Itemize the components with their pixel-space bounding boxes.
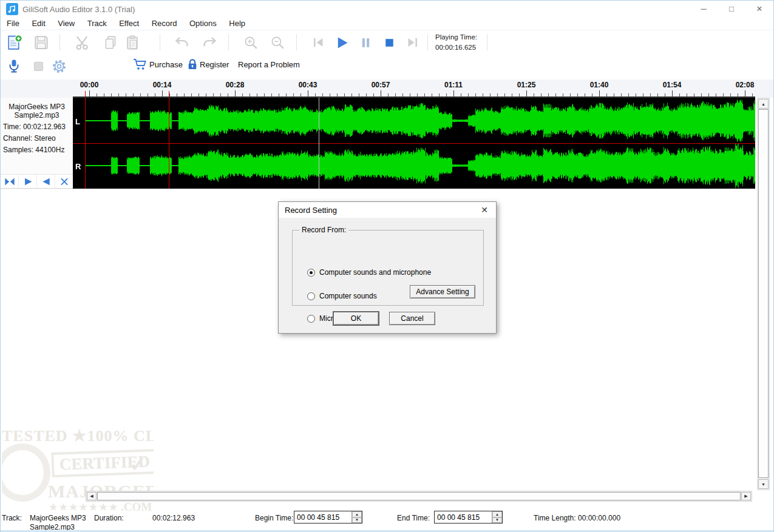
- left-channel-label: L: [75, 117, 80, 126]
- menu-help[interactable]: Help: [224, 18, 250, 29]
- rewind-button[interactable]: [37, 175, 55, 188]
- window-title: GiliSoft Audio Editor 3.1.0 (Trial): [22, 5, 135, 14]
- watermark-line1: TESTED ★100% CLEAN: [2, 426, 154, 445]
- stop-button[interactable]: [379, 33, 399, 52]
- ruler-tick: [97, 93, 97, 96]
- menu-options[interactable]: Options: [185, 18, 222, 29]
- record-settings-gear-button[interactable]: [49, 56, 69, 76]
- ruler-tick: [497, 93, 498, 96]
- dialog-title-bar[interactable]: Record Setting ✕: [279, 202, 496, 218]
- register-button[interactable]: Register: [187, 58, 229, 70]
- ruler-label: 01:40: [575, 81, 623, 89]
- skip-to-end-button[interactable]: [403, 33, 423, 52]
- spin-up-icon[interactable]: ▲: [352, 511, 362, 517]
- ruler-tick: [417, 93, 418, 96]
- vertical-scroll-thumb[interactable]: [758, 109, 769, 478]
- spin-up-icon[interactable]: ▲: [492, 511, 502, 517]
- toolbar-separator: [228, 34, 229, 50]
- goto-start-button[interactable]: [1, 175, 19, 188]
- ruler-tick: [490, 93, 491, 96]
- ruler-tick: [366, 93, 367, 96]
- horizontal-scroll-thumb[interactable]: [97, 492, 741, 500]
- ruler-tick: [322, 93, 323, 96]
- begin-time-value[interactable]: 00 00 45 815: [294, 511, 351, 523]
- copy-button[interactable]: [101, 33, 120, 52]
- timeline-ruler[interactable]: 00:0000:1400:2800:4300:5701:1101:2501:40…: [1, 79, 773, 98]
- ruler-label: 01:25: [502, 81, 551, 89]
- radio-computer-sounds-and-microphone[interactable]: Computer sounds and microphone: [307, 268, 431, 277]
- ruler-tick: [483, 93, 483, 96]
- stop-record-button[interactable]: [29, 56, 48, 76]
- report-label: Report a Problem: [238, 60, 300, 69]
- watermark-check-icon: ✓: [129, 452, 147, 476]
- menu-file[interactable]: File: [2, 18, 24, 29]
- scroll-up-arrow-icon[interactable]: ▲: [758, 99, 769, 109]
- ruler-tick: [424, 93, 425, 96]
- duration-value: 00:02:12.963: [152, 514, 195, 522]
- ruler-tick: [395, 93, 396, 96]
- menu-track[interactable]: Track: [83, 18, 112, 29]
- scroll-left-arrow-icon[interactable]: ◀: [87, 492, 97, 500]
- scroll-right-arrow-icon[interactable]: ▶: [741, 492, 751, 500]
- pause-button[interactable]: [356, 33, 375, 52]
- radio-computer-sounds[interactable]: Computer sounds: [307, 292, 377, 300]
- ruler-tick: [548, 93, 549, 96]
- save-button[interactable]: [32, 33, 51, 52]
- ruler-tick: [126, 93, 126, 96]
- menu-record[interactable]: Record: [147, 18, 182, 29]
- report-a-problem-button[interactable]: Report a Problem: [238, 60, 300, 69]
- track-name-line2: Sample2.mp3: [1, 111, 73, 120]
- horizontal-scrollbar[interactable]: ◀ ▶: [86, 491, 752, 502]
- close-track-button[interactable]: [55, 175, 73, 188]
- cancel-button[interactable]: Cancel: [389, 312, 435, 325]
- scroll-down-arrow-icon[interactable]: ▼: [758, 479, 769, 489]
- zoom-out-button[interactable]: [268, 33, 287, 52]
- undo-button[interactable]: [172, 33, 191, 52]
- ruler-tick: [592, 93, 592, 96]
- ruler-tick: [519, 93, 520, 96]
- toolbar-separator: [427, 34, 428, 50]
- close-button[interactable]: ✕: [745, 1, 773, 18]
- track-info-panel: MajorGeeks MP3 Sample2.mp3 Time: 00:02:1…: [1, 98, 73, 189]
- spin-down-icon[interactable]: ▼: [352, 517, 362, 524]
- register-label: Register: [200, 60, 229, 69]
- radio-button-icon[interactable]: [307, 269, 315, 277]
- purchase-button[interactable]: Purchase: [133, 58, 183, 70]
- ruler-tick: [453, 90, 454, 96]
- watermark-mascot: [2, 443, 50, 502]
- maximize-button[interactable]: □: [718, 1, 745, 18]
- redo-button[interactable]: [200, 33, 219, 52]
- begin-time-input[interactable]: 00 00 45 815 ▲ ▼: [294, 511, 362, 524]
- menu-view[interactable]: View: [53, 18, 80, 29]
- ruler-tick: [475, 93, 476, 96]
- waveform-display[interactable]: [73, 98, 755, 189]
- ruler-tick: [738, 93, 738, 96]
- record-microphone-button[interactable]: [4, 56, 24, 76]
- radio-button-icon[interactable]: [307, 292, 315, 300]
- radio-button-icon[interactable]: [307, 315, 315, 323]
- play-button[interactable]: [332, 33, 351, 52]
- paste-button[interactable]: [123, 33, 142, 52]
- playing-time-display: Playing Time: 00:00:16.625: [435, 32, 477, 53]
- ruler-tick: [643, 93, 643, 96]
- ruler-tick: [730, 93, 731, 96]
- menu-effect[interactable]: Effect: [114, 18, 144, 29]
- minimize-button[interactable]: ─: [690, 1, 718, 18]
- spin-down-icon[interactable]: ▼: [492, 517, 502, 524]
- end-time-input[interactable]: 00 00 45 815 ▲ ▼: [434, 511, 503, 524]
- ok-button[interactable]: OK: [333, 312, 379, 325]
- dialog-close-icon[interactable]: ✕: [478, 204, 491, 216]
- menu-edit[interactable]: Edit: [27, 18, 50, 29]
- zoom-in-button[interactable]: [241, 33, 260, 52]
- ruler-tick: [432, 93, 432, 96]
- play-track-button[interactable]: [19, 175, 37, 188]
- skip-to-start-button[interactable]: [308, 33, 328, 52]
- cut-button[interactable]: [73, 33, 92, 52]
- new-file-button[interactable]: [4, 33, 24, 52]
- vertical-scrollbar[interactable]: ▲ ▼: [757, 98, 770, 490]
- track-name-line1: MajorGeeks MP3: [1, 103, 73, 111]
- end-time-value[interactable]: 00 00 45 815: [435, 511, 492, 523]
- ruler-tick: [191, 93, 192, 96]
- advance-setting-button[interactable]: Advance Setting: [410, 285, 475, 298]
- ruler-tick: [402, 93, 403, 96]
